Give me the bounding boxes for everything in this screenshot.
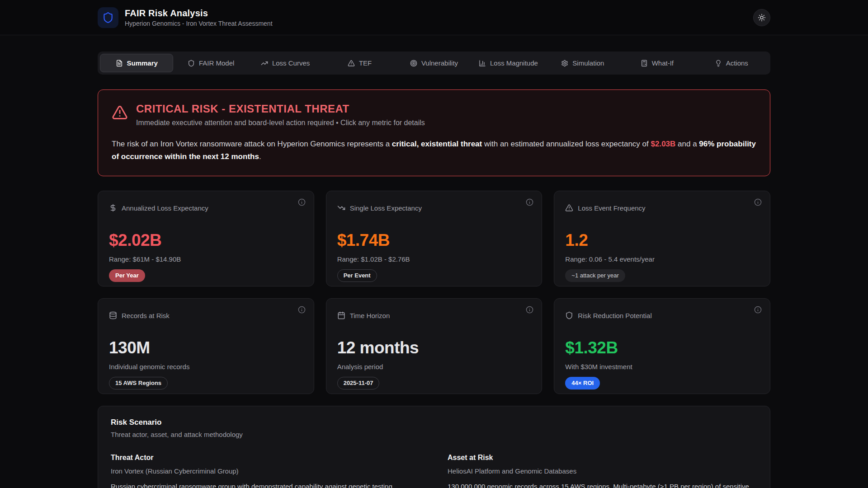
tab-vulnerability[interactable]: Vulnerability <box>397 54 471 72</box>
tab-label: Simulation <box>572 59 604 67</box>
database-icon <box>109 311 117 319</box>
calendar-icon <box>337 311 345 319</box>
metric-subtext: Individual genomic records <box>109 363 303 371</box>
trending-down-icon <box>337 204 345 212</box>
metric-badge: ~1 attack per year <box>565 269 625 282</box>
metric-subtext: Analysis period <box>337 363 531 371</box>
scenario-name: HeliosAI Platform and Genomic Databases <box>448 467 757 475</box>
info-icon[interactable] <box>525 305 534 314</box>
metric-card-single-loss-expectancy[interactable]: Single Loss Expectancy$1.74BRange: $1.02… <box>326 191 542 286</box>
alert-body: The risk of an Iron Vortex ransomware at… <box>112 138 756 163</box>
metric-badge: Per Year <box>109 269 145 282</box>
scenario-subtitle: Threat actor, asset, and attack methodol… <box>111 431 757 438</box>
tab-label: TEF <box>359 59 372 67</box>
scenario-column-threat-actor: Threat ActorIron Vortex (Russian Cybercr… <box>111 454 420 488</box>
scenario-description: 130,000,000 genomic records across 15 AW… <box>448 481 757 488</box>
metric-card-time-horizon[interactable]: Time Horizon12 monthsAnalysis period2025… <box>326 298 542 394</box>
tab-label: Actions <box>726 59 748 67</box>
lightbulb-icon <box>715 60 722 67</box>
tab-label: What-If <box>652 59 674 67</box>
risk-scenario-panel: Risk Scenario Threat actor, asset, and a… <box>98 406 770 488</box>
scenario-name: Iron Vortex (Russian Cybercriminal Group… <box>111 467 420 475</box>
tab-fair-model[interactable]: FAIR Model <box>174 54 247 72</box>
critical-risk-banner: CRITICAL RISK - EXISTENTIAL THREAT Immed… <box>98 89 770 176</box>
app-branding: FAIR Risk Analysis Hyperion Genomics - I… <box>98 7 273 28</box>
tab-tef[interactable]: TEF <box>323 54 396 72</box>
metric-subtext: With $30M investment <box>565 363 759 371</box>
tab-label: Loss Curves <box>272 59 310 67</box>
tab-label: Loss Magnitude <box>490 59 538 67</box>
metric-badge: Per Event <box>337 269 377 282</box>
metric-subtext: Range: $1.02B - $2.76B <box>337 255 531 263</box>
scenario-title: Risk Scenario <box>111 418 757 427</box>
target-icon <box>410 60 417 67</box>
metric-value: $2.02B <box>109 231 303 250</box>
info-icon[interactable] <box>297 305 307 314</box>
metric-badge: 2025-11-07 <box>337 377 380 389</box>
dollar-icon <box>109 204 117 212</box>
bar-chart-icon <box>479 60 486 67</box>
tab-label: FAIR Model <box>199 59 234 67</box>
alert-triangle-icon <box>348 60 355 67</box>
tab-summary[interactable]: Summary <box>100 54 173 72</box>
tab-loss-magnitude[interactable]: Loss Magnitude <box>472 54 545 72</box>
metric-value: 130M <box>109 338 303 357</box>
tab-label: Vulnerability <box>421 59 458 67</box>
metric-value: 1.2 <box>565 231 759 250</box>
theme-toggle-button[interactable] <box>753 9 770 26</box>
scenario-description: Russian cybercriminal ransomware group w… <box>111 481 420 488</box>
metric-card-records-at-risk[interactable]: Records at Risk130MIndividual genomic re… <box>98 298 314 394</box>
metric-title: Time Horizon <box>350 312 390 319</box>
page-subtitle: Hyperion Genomics - Iron Vortex Threat A… <box>125 20 273 27</box>
gear-icon <box>561 60 568 67</box>
metric-card-annualized-loss-expectancy[interactable]: Annualized Loss Expectancy$2.02BRange: $… <box>98 191 314 286</box>
metric-subtext: Range: 0.06 - 5.4 events/year <box>565 255 759 263</box>
metric-title: Loss Event Frequency <box>578 204 645 212</box>
scenario-columns: Threat ActorIron Vortex (Russian Cybercr… <box>111 454 757 488</box>
alert-title: CRITICAL RISK - EXISTENTIAL THREAT <box>136 103 425 115</box>
info-icon[interactable] <box>753 305 763 314</box>
metric-title: Annualized Loss Expectancy <box>122 204 208 212</box>
info-icon[interactable] <box>753 197 763 207</box>
tab-simulation[interactable]: Simulation <box>546 54 619 72</box>
calculator-icon <box>641 60 648 67</box>
page-title: FAIR Risk Analysis <box>125 8 273 19</box>
tab-what-if[interactable]: What-If <box>620 54 693 72</box>
metric-card-loss-event-frequency[interactable]: Loss Event Frequency1.2Range: 0.06 - 5.4… <box>554 191 770 286</box>
metric-title: Records at Risk <box>122 312 170 319</box>
scenario-heading: Threat Actor <box>111 454 420 462</box>
tab-bar: SummaryFAIR ModelLoss CurvesTEFVulnerabi… <box>98 52 770 75</box>
main-content: SummaryFAIR ModelLoss CurvesTEFVulnerabi… <box>98 35 770 488</box>
info-icon[interactable] <box>297 197 307 207</box>
scenario-heading: Asset at Risk <box>448 454 757 462</box>
file-text-icon <box>116 60 123 67</box>
alert-triangle-icon <box>112 103 128 121</box>
metric-card-risk-reduction-potential[interactable]: Risk Reduction Potential$1.32BWith $30M … <box>554 298 770 394</box>
shield-icon <box>98 7 118 28</box>
metric-title: Single Loss Expectancy <box>350 204 422 212</box>
tab-label: Summary <box>127 59 158 67</box>
tab-loss-curves[interactable]: Loss Curves <box>249 54 322 72</box>
alert-triangle-icon <box>565 204 573 212</box>
metric-value: $1.74B <box>337 231 531 250</box>
info-icon[interactable] <box>525 197 534 207</box>
metric-title: Risk Reduction Potential <box>578 312 651 319</box>
alert-subtitle: Immediate executive attention and board-… <box>136 119 425 127</box>
scenario-column-asset-at-risk: Asset at RiskHeliosAI Platform and Genom… <box>448 454 757 488</box>
app-header: FAIR Risk Analysis Hyperion Genomics - I… <box>0 0 868 35</box>
metric-badge: 44× ROI <box>565 377 600 389</box>
trending-up-icon <box>261 60 268 67</box>
metrics-grid: Annualized Loss Expectancy$2.02BRange: $… <box>98 191 770 394</box>
shield-icon <box>188 60 195 67</box>
metric-subtext: Range: $61M - $14.90B <box>109 255 303 263</box>
metric-value: $1.32B <box>565 338 759 357</box>
metric-value: 12 months <box>337 338 531 357</box>
shield-icon <box>565 311 573 319</box>
sun-icon <box>758 14 766 22</box>
tab-actions[interactable]: Actions <box>695 54 768 72</box>
metric-badge: 15 AWS Regions <box>109 377 168 389</box>
